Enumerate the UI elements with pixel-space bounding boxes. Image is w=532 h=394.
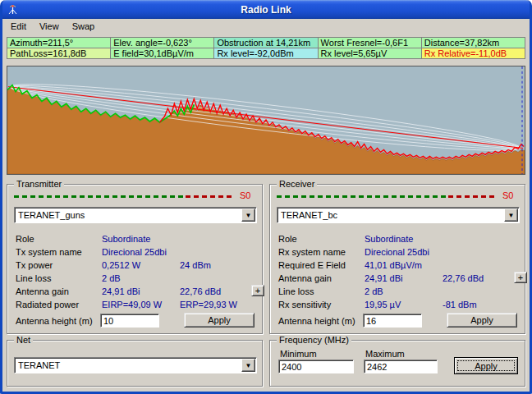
- frequency-apply-button[interactable]: Apply: [454, 357, 518, 374]
- net-panel: Net TERANET ▼: [7, 340, 263, 387]
- tx-row-radiated-power: Radiated power EIRP=49,09 W ERP=29,93 W: [16, 300, 257, 311]
- tx-radiated-power-label: Radiated power: [16, 300, 79, 309]
- menu-swap[interactable]: Swap: [66, 20, 102, 33]
- rx-row-sensitivity: Rx sensitivity 19,95 µV -81 dBm: [278, 300, 520, 311]
- window-content: Edit View Swap Azimuth=211,5° Elev. angl…: [2, 19, 530, 392]
- rx-role-label: Role: [278, 234, 297, 244]
- rx-system-name-label: Rx system name: [278, 247, 346, 257]
- tx-antenna-gain-dbi: 24,91 dBi: [102, 286, 140, 296]
- rx-role-value: Subordinate: [365, 234, 413, 244]
- tx-antenna-gain-dbd: 22,76 dBd: [180, 286, 221, 296]
- transmitter-panel: Transmitter S0 TERANET_guns ▼ Role Subor…: [7, 184, 263, 334]
- tx-antenna-gain-label: Antenna gain: [16, 286, 69, 296]
- tx-erp-value: ERP=29,93 W: [180, 300, 237, 309]
- tx-system-dropdown-arrow-icon[interactable]: ▼: [241, 208, 255, 222]
- status-e-field: E field=30,1dBµV/m: [111, 48, 214, 59]
- frequency-min-label: Minimum: [280, 349, 317, 359]
- tx-signal-meter: [14, 195, 234, 198]
- titlebar[interactable]: Radio Link: [2, 0, 530, 19]
- tx-row-power: Tx power 0,2512 W 24 dBm: [16, 260, 257, 272]
- tx-signal-meter-red: [186, 195, 234, 198]
- status-rx-relative: Rx Relative=-11,0dB: [422, 48, 525, 59]
- rx-s-unit-label: S0: [502, 190, 513, 200]
- rx-required-e-field-value: 41,01 dBµV/m: [365, 260, 422, 270]
- frequency-max-label: Maximum: [365, 349, 405, 359]
- net-selected-value: TERANET: [15, 360, 241, 370]
- menubar: Edit View Swap: [2, 19, 530, 34]
- rx-row-system-name: Rx system name Direcional 25dbi: [278, 247, 520, 259]
- status-azimuth: Azimuth=211,5°: [7, 38, 111, 48]
- tx-line-loss-value: 2 dB: [102, 273, 121, 283]
- menu-edit[interactable]: Edit: [4, 20, 33, 33]
- rx-antenna-gain-label: Antenna gain: [278, 273, 332, 283]
- rx-antenna-gain-plus-button[interactable]: +: [514, 272, 527, 283]
- tx-system-name-label: Tx system name: [16, 247, 82, 257]
- receiver-panel: Receiver S0 TERANET_bc ▼ Role Subordinat…: [269, 184, 525, 334]
- rx-signal-meter-green: [277, 195, 448, 198]
- rx-row-line-loss: Line loss 2 dB: [278, 286, 520, 298]
- frequency-min-input[interactable]: [278, 360, 354, 373]
- rx-line-loss-value: 2 dB: [365, 286, 383, 296]
- rx-system-name-value: Direcional 25dbi: [365, 247, 429, 257]
- status-pathloss: PathLoss=161,8dB: [7, 48, 111, 59]
- window-title: Radio Link: [2, 4, 530, 16]
- rx-antenna-gain-dbd: 22,76 dBd: [443, 273, 484, 283]
- tx-apply-button[interactable]: Apply: [184, 313, 255, 328]
- rx-sensitivity-label: Rx sensitivity: [278, 300, 331, 309]
- rx-antenna-gain-dbi: 24,91 dBi: [365, 273, 402, 283]
- tx-power-label: Tx power: [16, 260, 53, 270]
- status-obstruction: Obstruction at 14,21km: [214, 38, 318, 48]
- tx-eirp-value: EIRP=49,09 W: [102, 300, 162, 309]
- status-rx-level-dbm: Rx level=-92,0dBm: [214, 48, 318, 59]
- rx-system-selected-value: TERANET_bc: [277, 210, 503, 220]
- rx-antenna-height-label: Antenna height (m): [278, 316, 355, 326]
- frequency-panel: Frequency (MHz) Minimum Maximum Apply: [269, 340, 525, 387]
- app-icon: [7, 3, 19, 16]
- transmitter-title: Transmitter: [14, 179, 64, 189]
- frequency-title: Frequency (MHz): [277, 335, 351, 345]
- receiver-title: Receiver: [277, 179, 317, 189]
- tx-power-watts: 0,2512 W: [102, 260, 140, 270]
- rx-sensitivity-uv: 19,95 µV: [365, 300, 401, 309]
- tx-row-role: Role Subordinate: [16, 234, 257, 245]
- rx-line-loss-label: Line loss: [278, 286, 314, 296]
- rx-signal-meter: [277, 195, 497, 198]
- tx-antenna-height-input[interactable]: [100, 314, 159, 328]
- status-elev-angle: Elev. angle=-0,623°: [111, 38, 214, 48]
- status-rx-level-uv: Rx level=5,65µV: [319, 48, 422, 59]
- terrain-profile-chart[interactable]: [7, 66, 525, 175]
- status-worst-fresnel: Worst Fresnel=-0,6F1: [319, 38, 422, 48]
- link-status-bar: Azimuth=211,5° Elev. angle=-0,623° Obstr…: [7, 37, 525, 59]
- tx-system-selected-value: TERANET_guns: [15, 210, 241, 220]
- tx-power-dbm: 24 dBm: [180, 260, 211, 270]
- tx-antenna-height-label: Antenna height (m): [16, 316, 93, 326]
- rx-row-role: Role Subordinate: [278, 234, 520, 245]
- frequency-max-input[interactable]: [364, 360, 438, 373]
- tx-row-line-loss: Line loss 2 dB: [16, 273, 257, 285]
- tx-s-unit-label: S0: [240, 190, 250, 200]
- tx-role-value: Subordinate: [102, 234, 150, 244]
- tx-signal-meter-green: [14, 195, 186, 198]
- rx-system-select[interactable]: TERANET_bc ▼: [277, 207, 520, 223]
- tx-system-select[interactable]: TERANET_guns ▼: [14, 207, 257, 223]
- tx-role-label: Role: [16, 234, 34, 244]
- status-distance: Distance=37,82km: [422, 38, 525, 48]
- rx-row-antenna-gain: Antenna gain 24,91 dBi 22,76 dBd +: [278, 273, 520, 285]
- net-title: Net: [14, 335, 33, 345]
- rx-antenna-height-input[interactable]: [363, 314, 422, 328]
- tx-line-loss-label: Line loss: [16, 273, 51, 283]
- rx-apply-button[interactable]: Apply: [447, 313, 517, 328]
- rx-sensitivity-dbm: -81 dBm: [443, 300, 477, 309]
- tx-system-name-value: Direcional 25dbi: [102, 247, 167, 257]
- rx-system-dropdown-arrow-icon[interactable]: ▼: [504, 208, 518, 222]
- net-dropdown-arrow-icon[interactable]: ▼: [241, 359, 255, 372]
- tx-row-system-name: Tx system name Direcional 25dbi: [16, 247, 257, 259]
- rx-signal-meter-red: [448, 195, 497, 198]
- tx-row-antenna-gain: Antenna gain 24,91 dBi 22,76 dBd +: [16, 286, 257, 298]
- menu-view[interactable]: View: [33, 20, 66, 33]
- rx-required-e-field-label: Required E Field: [278, 260, 346, 270]
- tx-antenna-gain-plus-button[interactable]: +: [251, 285, 264, 296]
- radio-link-window: Radio Link Edit View Swap Azimuth=211,5°…: [0, 0, 532, 394]
- rx-row-required-e-field: Required E Field 41,01 dBµV/m: [278, 260, 520, 272]
- net-select[interactable]: TERANET ▼: [14, 357, 257, 373]
